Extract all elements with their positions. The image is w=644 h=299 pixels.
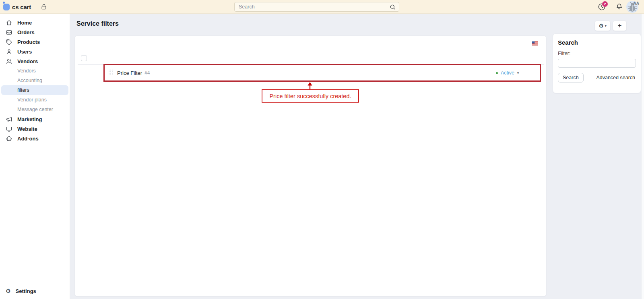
- chevron-down-icon: ▾: [517, 71, 519, 75]
- sidebar-item-home[interactable]: Home: [1, 18, 68, 27]
- sidebar: Home Orders Products: [0, 14, 70, 299]
- avatar-initials: AA: [634, 1, 639, 6]
- user-avatar[interactable]: AA: [626, 1, 638, 13]
- global-search: [234, 2, 399, 12]
- sidebar-item-marketing[interactable]: Marketing: [1, 114, 68, 124]
- sidebar-subitem-accounting[interactable]: Accounting: [1, 76, 68, 85]
- sidebar-item-label: Orders: [17, 29, 35, 35]
- tag-icon: [6, 39, 12, 45]
- sidebar-subitem-filters[interactable]: filters: [1, 85, 68, 95]
- scrollbar[interactable]: [641, 14, 644, 299]
- page-title: Service filters: [76, 20, 119, 27]
- page-frame: Home Orders Products: [0, 14, 644, 299]
- sidebar-item-vendors[interactable]: Vendors: [1, 56, 68, 66]
- select-all-checkbox[interactable]: [81, 55, 87, 61]
- filter-name[interactable]: Price Filter: [117, 70, 142, 76]
- sidebar-item-label: Add-ons: [17, 136, 39, 142]
- lock-icon[interactable]: [40, 3, 47, 10]
- search-panel-title: Search: [558, 39, 635, 46]
- logo-square-icon: [3, 4, 10, 10]
- sidebar-item-orders[interactable]: Orders: [1, 27, 68, 37]
- sidebar-item-label: Vendors: [17, 58, 38, 64]
- logo-dot-icon: [3, 2, 5, 4]
- megaphone-icon: [6, 116, 12, 123]
- puzzle-icon: [6, 135, 12, 142]
- annotation-message: Price filter successfully created.: [269, 93, 351, 99]
- top-bar: cs cart 2: [0, 0, 644, 14]
- sidebar-subitem-message-center[interactable]: Message center: [1, 105, 68, 114]
- orders-icon: [6, 29, 12, 36]
- sidebar-item-users[interactable]: Users: [1, 47, 68, 56]
- search-icon[interactable]: [389, 4, 396, 10]
- filter-field-label: Filter:: [558, 51, 635, 56]
- sidebar-item-website[interactable]: Website: [1, 124, 68, 134]
- language-flag-icon[interactable]: [532, 41, 538, 45]
- add-filter-button[interactable]: +: [613, 21, 627, 31]
- plus-icon: +: [618, 22, 622, 30]
- sidebar-subitem-vendors[interactable]: Vendors: [1, 66, 68, 76]
- sidebar-item-label: Website: [17, 126, 37, 132]
- filter-input[interactable]: [558, 59, 636, 68]
- bell-icon[interactable]: [615, 2, 624, 11]
- annotation-message-box: Price filter successfully created.: [262, 89, 359, 103]
- sidebar-item-addons[interactable]: Add-ons: [1, 134, 68, 143]
- sidebar-item-label: Home: [17, 20, 32, 26]
- sidebar-item-label: Products: [17, 39, 40, 45]
- notifications-badge: 2: [602, 1, 608, 7]
- search-panel: Search Filter: Search Advanced search: [553, 33, 641, 93]
- search-button[interactable]: Search: [558, 73, 584, 82]
- user-icon: [6, 48, 12, 55]
- logo[interactable]: cs cart: [3, 0, 31, 14]
- sidebar-item-label: Users: [17, 49, 32, 55]
- monitor-icon: [6, 126, 12, 132]
- sidebar-item-products[interactable]: Products: [1, 37, 68, 47]
- gear-icon: ⚙: [6, 288, 11, 294]
- drag-handle-icon[interactable]: [109, 70, 113, 76]
- global-search-input[interactable]: [235, 4, 389, 10]
- sidebar-item-settings[interactable]: ⚙ Settings: [1, 286, 68, 296]
- gear-icon: ⚙: [599, 23, 604, 29]
- home-icon: [6, 19, 12, 26]
- status-dot-icon: [496, 72, 498, 74]
- users-icon: [6, 58, 12, 65]
- sidebar-item-label: Settings: [16, 288, 36, 294]
- settings-dropdown-button[interactable]: ⚙ ▾: [594, 21, 611, 31]
- sidebar-item-label: Marketing: [17, 116, 42, 122]
- status-label: Active: [501, 70, 514, 76]
- status-dropdown[interactable]: Active ▾: [496, 70, 519, 76]
- sidebar-subitem-vendor-plans[interactable]: Vendor plans: [1, 95, 68, 105]
- filter-id: #4: [144, 70, 150, 76]
- logo-text: cs cart: [12, 4, 31, 10]
- filter-row-price-filter[interactable]: Price Filter #4 Active ▾: [103, 64, 541, 82]
- chevron-down-icon: ▾: [605, 24, 607, 28]
- advanced-search-link[interactable]: Advanced search: [596, 75, 635, 80]
